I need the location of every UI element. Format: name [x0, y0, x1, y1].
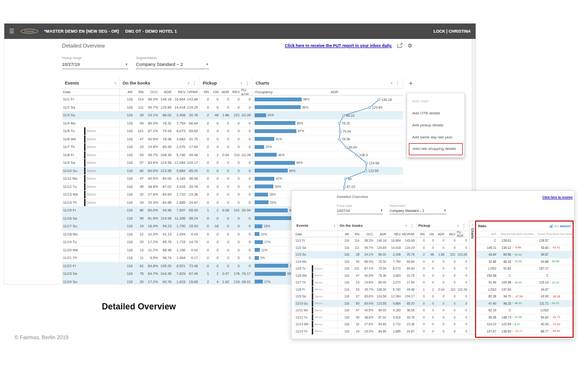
events-cell	[312, 258, 338, 265]
event-marker	[84, 167, 86, 175]
otb-cell: 86.02	[375, 251, 388, 258]
menu-item[interactable]: Add chart	[407, 95, 464, 107]
pickup-cell: 4	[210, 278, 220, 285]
date-cell: 11/11 Mo	[62, 175, 84, 183]
otb-cell: 9.43	[187, 231, 200, 238]
arrow-up-icon: ↑	[512, 253, 514, 256]
events-cell	[312, 245, 338, 251]
occupancy-bar-cell: 85%	[253, 120, 331, 127]
col-header: RN	[200, 89, 210, 95]
pickup-cell: 0	[220, 246, 231, 254]
ota-insight-logo: OTAINSIGHT	[550, 224, 571, 228]
pickup-cell: 0	[457, 258, 468, 265]
collapse-chevron-icon[interactable]: ‹	[391, 80, 392, 86]
collapse-chevron-icon[interactable]: ‹	[405, 223, 407, 228]
more-options-icon[interactable]: ⋮	[395, 81, 400, 86]
otb-cell: 124.58	[375, 293, 388, 300]
pickup-cell: 0	[446, 328, 457, 335]
pickup-cell: 0	[210, 159, 220, 167]
pickup-cell: 0	[200, 167, 210, 175]
gear-icon[interactable]: ⚙	[407, 43, 412, 49]
collapse-chevron-icon[interactable]: ‹	[188, 80, 189, 86]
rate-table-body: C128.61128.57145.11139.22↓-5.8993.60↓-51…	[476, 237, 573, 335]
rate-hotel-cell: C	[498, 307, 535, 314]
pickup-cell: 176	[231, 270, 241, 278]
pickup-cell: 0	[220, 215, 231, 222]
rate-hotel-cell: 34.70↓-47.58	[498, 293, 535, 300]
collapse-chevron-icon[interactable]: ‹	[115, 80, 116, 86]
collapse-chevron-icon[interactable]: ‹	[241, 80, 242, 86]
pickup-range-filter[interactable]: Pickup range 10/27/19▾	[337, 204, 383, 214]
pickup-cell: 0	[416, 265, 426, 272]
otb-cell: 146.18	[375, 237, 388, 244]
event-label: Demo	[315, 267, 322, 270]
menu-item[interactable]: Add same day last year	[407, 131, 464, 143]
otb-cell: 116	[120, 120, 134, 127]
otb-cell: 32	[351, 321, 361, 328]
rate-row: C128.61128.57	[476, 237, 573, 245]
event-marker	[84, 175, 86, 183]
date-cell: 11/14 Th	[294, 328, 312, 335]
pickup-cell: 110	[231, 151, 241, 159]
otb-cell: 16,664	[388, 237, 402, 244]
pickup-cell: 0	[435, 245, 446, 251]
more-options-icon[interactable]: ⋮	[462, 223, 466, 228]
arrow-up-icon: ↑	[550, 281, 551, 284]
pickup-range-filter[interactable]: Pickup range 10/27/19▾	[62, 56, 128, 69]
otb-cell: 34	[351, 328, 361, 335]
rate-row: 114.22122.69↑8.4740.92↓-73.30	[476, 321, 573, 328]
pickup-cell: 0	[231, 104, 241, 111]
pickup-cell: 0	[200, 120, 210, 127]
segmentation-filter[interactable]: Segmentation Company Standard – 2▾	[136, 56, 209, 69]
menu-item[interactable]: Add OTB details	[407, 107, 464, 119]
put-report-link[interactable]: Click here to receive the PUT report in …	[285, 43, 392, 48]
pickup-cell: 0	[435, 328, 446, 335]
pickup-cell: 0	[200, 231, 210, 238]
menu-item[interactable]: Add rate shopping details	[409, 143, 463, 155]
rate-delta: 8.47	[514, 323, 520, 326]
events-cell: Demo	[84, 135, 120, 143]
mini-table: Events ‹ On the books ‹ ⋮ Pickup ‹ ⋮ Dat…	[294, 221, 468, 335]
rate-value: 91.82	[500, 267, 511, 270]
event-label: Demo	[87, 201, 96, 204]
pickup-panel-title: Pickup	[418, 223, 430, 228]
export-icon[interactable]	[397, 43, 403, 49]
rate-hotel-cell: C	[535, 272, 573, 279]
otb-cell: 108.30	[375, 286, 388, 293]
table-row: 11/5 TuDemo11610187.1%79.948,07369.60000…	[62, 127, 403, 135]
otb-cell: 95.7%	[145, 104, 159, 111]
otb-cell: 116	[120, 199, 134, 207]
pickup-cell: 221	[231, 111, 241, 119]
menu-item[interactable]: Add pickup details	[407, 119, 464, 131]
rate-value: 32.98	[489, 260, 496, 263]
otb-cell: 1,094	[173, 231, 187, 238]
col-header: ON	[426, 231, 435, 237]
otb-cell: 119.96	[159, 215, 173, 222]
more-options-icon[interactable]: ⋮	[410, 223, 414, 228]
segmentation-filter[interactable]: Segmentation Company Standard – 2▾	[390, 204, 446, 214]
add-panel-button[interactable]: +	[409, 79, 413, 87]
hamburger-menu-icon[interactable]: ☰	[9, 28, 14, 35]
more-options-icon[interactable]: ⋮	[192, 81, 196, 86]
date-cell: 11/5 Tu	[294, 265, 312, 272]
events-cell: Demo	[84, 191, 120, 198]
occupancy-label: 9%	[260, 256, 265, 259]
otb-cell: 33.76	[402, 314, 416, 321]
occupancy-bar	[255, 105, 301, 109]
pickup-cell: 0	[200, 127, 210, 135]
pickup-cell: 0	[426, 258, 435, 265]
put-report-link[interactable]: Click here to receive	[542, 196, 573, 199]
pickup-cell: 0	[241, 222, 253, 230]
otb-cell: 31.75	[402, 272, 416, 279]
lock-user-label[interactable]: LOCK | CHRISTINA	[434, 29, 471, 34]
occupancy-label: 39%	[275, 185, 281, 188]
pickup-cell: 0	[416, 328, 426, 335]
otb-cell: 116	[120, 167, 134, 175]
otb-cell: 27.6%	[361, 321, 375, 328]
otb-cell: 78.36	[375, 272, 388, 279]
pickup-cell: 0	[457, 293, 468, 300]
more-options-icon[interactable]: ⋮	[245, 81, 249, 86]
otb-panel-header: On the books ‹ ⋮	[120, 77, 200, 88]
collapse-chevron-icon[interactable]: ‹	[334, 223, 335, 228]
collapse-chevron-icon[interactable]: ‹	[457, 223, 459, 228]
